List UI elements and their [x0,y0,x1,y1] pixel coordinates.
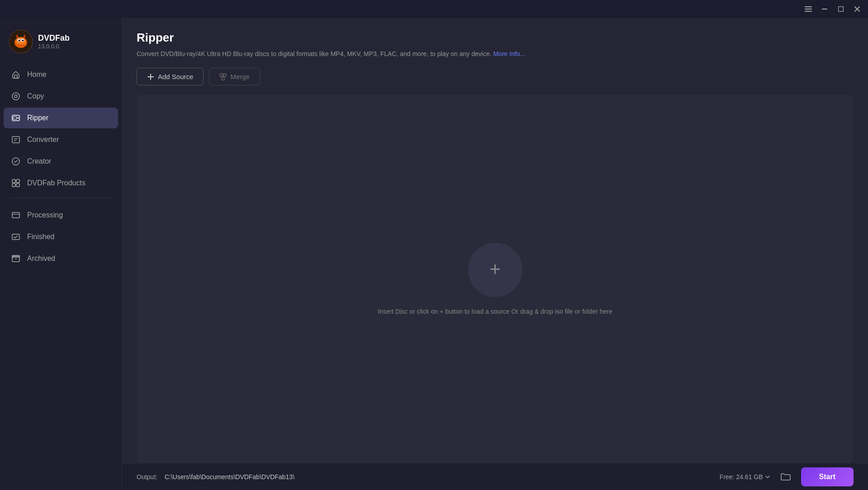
creator-icon [11,156,21,166]
svg-rect-27 [16,184,19,187]
sidebar-item-converter[interactable]: Converter [4,129,118,150]
output-bar: Output: C:\Users\fab\Documents\DVDFab\DV… [122,463,868,490]
more-info-link[interactable]: More Info... [493,50,525,57]
folder-icon [781,473,791,481]
logo-text: DVDFab 13.0.0.0 [38,33,70,50]
svg-rect-0 [805,6,812,7]
sidebar-item-copy[interactable]: Copy [4,86,118,107]
svg-rect-24 [12,179,15,183]
merge-label: Merge [230,73,250,80]
svg-point-9 [16,37,26,46]
app-logo [9,30,33,53]
svg-rect-2 [805,11,812,12]
open-folder-button[interactable] [778,469,794,485]
sidebar-item-dvdfab-products[interactable]: DVDFab Products [4,173,118,193]
copy-icon [11,91,21,101]
free-space-display: Free: 24.61 GB [720,473,770,481]
svg-point-19 [18,118,19,119]
sidebar-item-converter-label: Converter [27,136,59,144]
svg-rect-20 [12,137,19,143]
logo-section: DVDFab 13.0.0.0 [0,23,122,64]
title-bar-controls [801,3,864,15]
sidebar-item-creator-label: Creator [27,157,51,165]
add-source-label: Add Source [158,73,193,80]
plus-icon: + [489,260,501,279]
sidebar-item-ripper-label: Ripper [27,114,48,122]
merge-icon [219,73,227,80]
svg-rect-18 [13,117,17,119]
drop-hint-text: Insert Disc or click on + button to load… [378,308,612,315]
output-path: C:\Users\fab\Documents\DVDFab\DVDFab13\ [165,473,712,481]
processing-icon [11,210,21,220]
sidebar-item-archived[interactable]: Archived [4,248,118,269]
app-version: 13.0.0.0 [38,43,70,50]
converter-icon [11,135,21,145]
ripper-icon [11,113,21,123]
sidebar-item-home-label: Home [27,71,47,79]
merge-button[interactable]: Merge [209,68,260,85]
sidebar-item-archived-label: Archived [27,254,55,263]
chevron-down-icon [765,474,770,480]
svg-rect-37 [223,74,226,76]
page-header: Ripper Convert DVD/Blu-ray/4K Ultra HD B… [122,18,868,68]
svg-point-15 [12,93,19,100]
page-title: Ripper [137,31,854,45]
sidebar-item-finished[interactable]: Finished [4,226,118,247]
svg-point-13 [22,40,24,42]
sidebar-item-finished-label: Finished [27,233,54,241]
svg-rect-3 [822,9,827,9]
sidebar-item-processing[interactable]: Processing [4,205,118,226]
free-space-text: Free: 24.61 GB [720,473,763,481]
main-content: Ripper Convert DVD/Blu-ray/4K Ultra HD B… [122,0,868,490]
sidebar-item-ripper[interactable]: Ripper [4,108,118,128]
archived-icon [11,254,21,264]
svg-rect-25 [16,179,19,183]
sidebar-item-dvdfab-products-label: DVDFab Products [27,179,85,187]
maximize-button[interactable] [834,3,848,15]
close-button[interactable] [850,3,864,15]
sidebar-item-processing-label: Processing [27,211,63,219]
drop-area[interactable]: + Insert Disc or click on + button to lo… [137,94,854,463]
title-bar [0,0,868,18]
nav-section-main: Home Copy Ripper [0,64,122,193]
products-icon [11,178,21,188]
sidebar-item-home[interactable]: Home [4,64,118,85]
app-name: DVDFab [38,33,70,43]
sidebar-item-copy-label: Copy [27,92,44,100]
add-source-button[interactable]: Add Source [137,68,204,85]
finished-icon [11,232,21,242]
svg-rect-28 [12,212,19,218]
svg-rect-1 [805,9,812,9]
sidebar: DVDFab 13.0.0.0 Home Copy [0,0,122,490]
svg-rect-4 [839,7,844,12]
svg-point-16 [14,95,17,98]
add-source-icon [147,73,154,80]
nav-section-bottom: Processing Finished Archived [0,205,122,269]
start-button[interactable]: Start [801,467,854,486]
sidebar-item-creator[interactable]: Creator [4,151,118,172]
svg-point-12 [19,40,20,42]
svg-rect-26 [12,184,15,187]
home-icon [11,70,21,80]
nav-divider [9,198,113,198]
svg-rect-14 [14,75,17,78]
add-source-circle-button[interactable]: + [468,243,522,297]
menu-button[interactable] [801,3,816,15]
toolbar: Add Source Merge [122,68,868,94]
output-label: Output: [137,473,157,481]
page-description: Convert DVD/Blu-ray/4K Ultra HD Blu-ray … [137,49,854,59]
svg-rect-38 [222,77,224,80]
minimize-button[interactable] [817,3,832,15]
svg-rect-36 [220,74,223,76]
